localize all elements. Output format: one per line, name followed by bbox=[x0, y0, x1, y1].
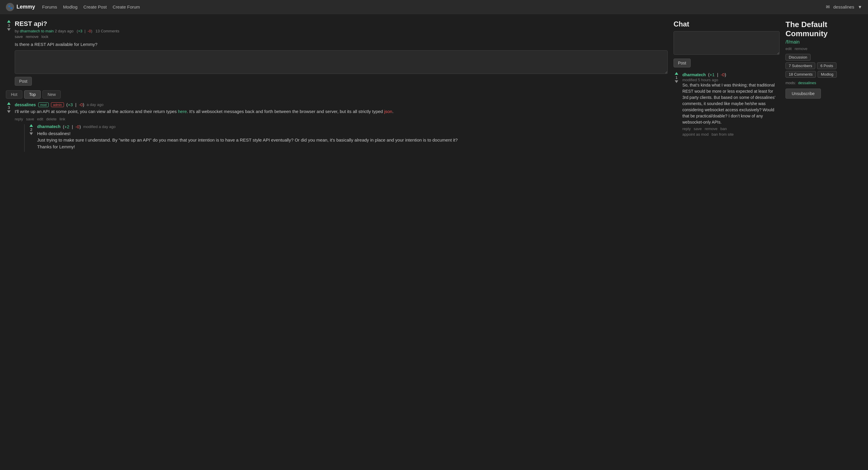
nested-vote-count: 2 bbox=[30, 128, 32, 132]
comment-text: I'll write up an API at some point, you … bbox=[15, 108, 668, 115]
nav-logo-text: Lemmy bbox=[17, 4, 35, 10]
mods-label: mods: bbox=[785, 81, 796, 85]
post-action-lock[interactable]: lock bbox=[41, 34, 48, 39]
nested-vote-row: 2 dharmatech (+2 | bbox=[28, 124, 668, 152]
comment-action-link[interactable]: link bbox=[60, 117, 65, 121]
nav-modlog[interactable]: Modlog bbox=[63, 4, 78, 9]
nav-right: ✉ dessalines ▼ bbox=[826, 4, 862, 10]
chat-vote-col: 1 bbox=[674, 72, 679, 83]
nested-text: Hello dessalines! Just trying to make su… bbox=[37, 130, 668, 150]
comment-body-col: dessalines mod admin (+3 | -0) a day ago bbox=[15, 102, 668, 152]
main-content: 3 REST api? by dharmatech to main 2 days… bbox=[6, 20, 668, 156]
chat-input[interactable] bbox=[674, 31, 780, 55]
comment-here-link[interactable]: here bbox=[178, 109, 187, 114]
chat-action-remove[interactable]: remove bbox=[705, 127, 717, 131]
chat-upvote-icon[interactable] bbox=[675, 72, 678, 75]
comment-action-reply[interactable]: reply bbox=[15, 117, 23, 121]
right-sidebar: The Default Community /f/main edit remov… bbox=[785, 20, 862, 156]
chat-msg-time: modified 5 hours ago bbox=[682, 78, 780, 82]
stat-posts: 6 Posts bbox=[817, 62, 836, 69]
chat-msg-author[interactable]: dharmatech bbox=[682, 72, 706, 77]
nav-links: Forums Modlog Create Post Create Forum bbox=[42, 4, 819, 9]
post-upvote-icon[interactable] bbox=[7, 20, 10, 23]
post-action-remove[interactable]: remove bbox=[26, 34, 38, 39]
chat-sidebar: Chat Post 1 dharmatech (+1 | -0) modi bbox=[674, 20, 780, 156]
sort-tab-new[interactable]: New bbox=[42, 90, 61, 99]
post-meta: by dharmatech to main 2 days ago (+3 | -… bbox=[15, 29, 668, 33]
nav-forums[interactable]: Forums bbox=[42, 4, 57, 9]
page-layout: 3 REST api? by dharmatech to main 2 days… bbox=[0, 14, 868, 161]
mods-user[interactable]: dessalines bbox=[798, 81, 816, 85]
post-action-save[interactable]: save bbox=[15, 34, 23, 39]
lemmy-logo-icon: 🐾 bbox=[6, 3, 14, 11]
community-path[interactable]: /f/main bbox=[785, 39, 862, 45]
post-author[interactable]: dharmatech bbox=[20, 29, 40, 33]
comment-json-link[interactable]: json bbox=[384, 109, 393, 114]
post-title: REST api? bbox=[15, 20, 668, 28]
user-dropdown-icon[interactable]: ▼ bbox=[858, 4, 862, 9]
nested-upvote-icon[interactable] bbox=[29, 124, 33, 127]
comment-mod-badge: mod bbox=[38, 102, 49, 107]
comment-vote-count: 3 bbox=[8, 105, 10, 110]
nested-author[interactable]: dharmatech bbox=[37, 124, 60, 129]
post-actions: save remove lock bbox=[15, 34, 668, 39]
post-vote-col: 3 bbox=[6, 20, 12, 31]
community-remove[interactable]: remove bbox=[795, 46, 807, 51]
chat-action-ban[interactable]: ban bbox=[720, 127, 727, 131]
nested-header: dharmatech (+2 | -0) modified a day ago bbox=[37, 124, 668, 129]
comment-time: a day ago bbox=[87, 102, 103, 107]
nested-body-col: dharmatech (+2 | -0) modified a day ago bbox=[37, 124, 668, 152]
post-item: 3 REST api? by dharmatech to main 2 days… bbox=[6, 20, 668, 86]
mail-icon[interactable]: ✉ bbox=[826, 4, 830, 10]
chat-action-appoint-mod[interactable]: appoint as mod bbox=[682, 132, 709, 137]
comment-author[interactable]: dessalines bbox=[15, 102, 36, 107]
chat-action-ban-site[interactable]: ban from site bbox=[712, 132, 734, 137]
nested-score: (+2 | -0) bbox=[63, 124, 81, 129]
comment-1: 3 dessalines mod admin (+3 | -0) bbox=[6, 102, 668, 152]
nav-create-post[interactable]: Create Post bbox=[83, 4, 107, 9]
comment-upvote-icon[interactable] bbox=[7, 102, 10, 105]
chat-msg-actions-2: appoint as mod ban from site bbox=[682, 132, 780, 137]
nav-username[interactable]: dessalines bbox=[833, 4, 854, 9]
unsubscribe-button[interactable]: Unsubscribe bbox=[785, 89, 821, 99]
post-score-neg: -0 bbox=[88, 29, 91, 33]
navbar: 🐾 Lemmy Forums Modlog Create Post Create… bbox=[0, 0, 868, 14]
chat-msg-body: dharmatech (+1 | -0) modified 5 hours ag… bbox=[682, 72, 780, 137]
comment-header: dessalines mod admin (+3 | -0) a day ago bbox=[15, 102, 668, 107]
comment-action-delete[interactable]: delete bbox=[46, 117, 57, 121]
chat-msg-header: dharmatech (+1 | -0) bbox=[682, 72, 780, 77]
post-comment-button[interactable]: Post bbox=[15, 77, 32, 86]
chat-title: Chat bbox=[674, 20, 780, 28]
community-title: The Default Community bbox=[785, 20, 862, 38]
post-score-pos: +3 bbox=[78, 29, 83, 33]
comment-downvote-icon[interactable] bbox=[7, 110, 10, 113]
nested-downvote-icon[interactable] bbox=[29, 132, 33, 135]
post-time: 2 days ago bbox=[55, 29, 74, 33]
nav-logo[interactable]: 🐾 Lemmy bbox=[6, 3, 35, 11]
sort-tab-top[interactable]: Top bbox=[24, 90, 41, 99]
chat-action-reply[interactable]: reply bbox=[682, 127, 691, 131]
chat-msg-text: So, that’s kinda what I was thinking; th… bbox=[682, 82, 780, 125]
comment-action-edit[interactable]: edit bbox=[37, 117, 43, 121]
comment-action-save[interactable]: save bbox=[26, 117, 34, 121]
comment-score: (+3 | -0) bbox=[66, 102, 84, 107]
community-edit[interactable]: edit bbox=[785, 46, 792, 51]
chat-message: 1 dharmatech (+1 | -0) modified 5 hours … bbox=[674, 72, 780, 137]
stat-comments: 18 Comments bbox=[785, 71, 816, 78]
sort-tab-hot[interactable]: Hot bbox=[6, 90, 22, 99]
post-community[interactable]: to main bbox=[41, 29, 54, 33]
nav-create-forum[interactable]: Create Forum bbox=[113, 4, 140, 9]
chat-msg-actions: reply save remove ban bbox=[682, 127, 780, 131]
nested-vote-col: 2 bbox=[28, 124, 34, 135]
chat-downvote-icon[interactable] bbox=[675, 80, 678, 83]
comment-admin-badge: admin bbox=[51, 102, 64, 107]
comment-vote-row: 3 dessalines mod admin (+3 | -0) bbox=[6, 102, 668, 152]
post-comments-count[interactable]: 13 Comments bbox=[95, 29, 119, 33]
post-comment-input[interactable] bbox=[15, 50, 668, 74]
stat-modlog[interactable]: Modlog bbox=[817, 71, 837, 78]
chat-vote-count: 1 bbox=[675, 75, 677, 80]
post-row: 3 REST api? by dharmatech to main 2 days… bbox=[6, 20, 668, 86]
post-downvote-icon[interactable] bbox=[7, 28, 10, 31]
chat-post-button[interactable]: Post bbox=[674, 59, 691, 67]
chat-action-save[interactable]: save bbox=[693, 127, 702, 131]
